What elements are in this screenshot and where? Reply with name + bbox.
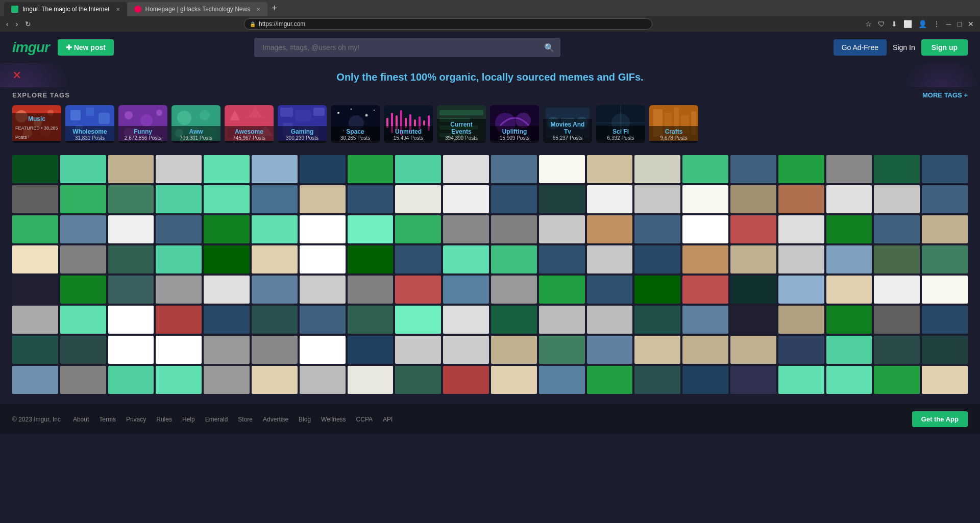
- tag-card-music[interactable]: Music FEATURED • 38,285 Posts: [12, 105, 61, 143]
- close-window-button[interactable]: ✕: [966, 19, 976, 29]
- tag-card-crafts[interactable]: Crafts 9,678 Posts: [649, 105, 698, 143]
- mosaic-cell[interactable]: [395, 185, 441, 213]
- mosaic-cell[interactable]: [252, 276, 298, 304]
- mosaic-cell[interactable]: [634, 336, 680, 364]
- footer-link-wellness[interactable]: Wellness: [321, 416, 346, 423]
- imgur-logo[interactable]: imgur: [12, 39, 50, 56]
- mosaic-cell[interactable]: [348, 155, 394, 183]
- mosaic-cell[interactable]: [922, 185, 968, 213]
- mosaic-cell[interactable]: [300, 185, 346, 213]
- mosaic-cell[interactable]: [634, 306, 680, 334]
- mosaic-cell[interactable]: [539, 336, 585, 364]
- mosaic-cell[interactable]: [156, 155, 202, 183]
- tag-card-funny[interactable]: Funny 2,672,856 Posts: [118, 105, 167, 143]
- mosaic-cell[interactable]: [634, 215, 680, 243]
- mosaic-cell[interactable]: [12, 366, 58, 394]
- back-button[interactable]: ‹: [4, 19, 11, 29]
- mosaic-cell[interactable]: [491, 155, 537, 183]
- mosaic-cell[interactable]: [587, 276, 633, 304]
- mosaic-cell[interactable]: [922, 245, 968, 273]
- mosaic-cell[interactable]: [12, 336, 58, 364]
- mosaic-cell[interactable]: [443, 336, 489, 364]
- mosaic-cell[interactable]: [12, 245, 58, 273]
- mosaic-cell[interactable]: [156, 215, 202, 243]
- tag-card-movies[interactable]: Movies And Tv 65,237 Posts: [543, 105, 592, 143]
- tab-close-imgur[interactable]: ✕: [116, 7, 120, 12]
- mosaic-cell[interactable]: [108, 276, 154, 304]
- mosaic-cell[interactable]: [60, 245, 106, 273]
- footer-link-terms[interactable]: Terms: [99, 416, 116, 423]
- tag-card-unmuted[interactable]: Unmuted 15,494 Posts: [384, 105, 433, 143]
- mosaic-cell[interactable]: [778, 336, 824, 364]
- mosaic-cell[interactable]: [682, 306, 728, 334]
- mosaic-cell[interactable]: [874, 155, 920, 183]
- footer-link-blog[interactable]: Blog: [299, 416, 311, 423]
- mosaic-cell[interactable]: [348, 366, 394, 394]
- mosaic-cell[interactable]: [491, 366, 537, 394]
- mosaic-cell[interactable]: [12, 215, 58, 243]
- mosaic-cell[interactable]: [108, 245, 154, 273]
- mosaic-cell[interactable]: [443, 185, 489, 213]
- profile-icon[interactable]: 👤: [916, 19, 929, 29]
- mosaic-cell[interactable]: [204, 215, 250, 243]
- mosaic-cell[interactable]: [730, 185, 776, 213]
- mosaic-cell[interactable]: [443, 276, 489, 304]
- footer-link-about[interactable]: About: [73, 416, 89, 423]
- tag-card-gaming[interactable]: Gaming 300,230 Posts: [278, 105, 327, 143]
- mosaic-cell[interactable]: [778, 155, 824, 183]
- mosaic-cell[interactable]: [108, 306, 154, 334]
- go-ad-free-button[interactable]: Go Ad-Free: [834, 39, 887, 56]
- mosaic-cell[interactable]: [539, 245, 585, 273]
- tag-card-wholesome[interactable]: Wholesome 31,831 Posts: [65, 105, 114, 143]
- mosaic-cell[interactable]: [300, 155, 346, 183]
- more-tags-link[interactable]: MORE TAGS +: [922, 91, 968, 99]
- footer-link-help[interactable]: Help: [182, 416, 195, 423]
- mosaic-cell[interactable]: [778, 215, 824, 243]
- tag-card-uplifting[interactable]: Uplifting 15,909 Posts: [490, 105, 539, 143]
- maximize-button[interactable]: □: [955, 19, 964, 29]
- mosaic-cell[interactable]: [778, 306, 824, 334]
- mosaic-cell[interactable]: [395, 215, 441, 243]
- shield-icon[interactable]: 🛡: [876, 19, 887, 29]
- mosaic-cell[interactable]: [12, 185, 58, 213]
- mosaic-cell[interactable]: [348, 336, 394, 364]
- reload-button[interactable]: ↻: [23, 19, 33, 29]
- mosaic-cell[interactable]: [778, 245, 824, 273]
- mosaic-cell[interactable]: [300, 306, 346, 334]
- mosaic-cell[interactable]: [156, 366, 202, 394]
- new-post-button[interactable]: ✚ New post: [58, 39, 114, 56]
- mosaic-cell[interactable]: [108, 336, 154, 364]
- mosaic-cell[interactable]: [730, 306, 776, 334]
- extensions-icon[interactable]: ⬜: [901, 19, 914, 29]
- mosaic-cell[interactable]: [778, 185, 824, 213]
- mosaic-cell[interactable]: [60, 155, 106, 183]
- mosaic-cell[interactable]: [682, 276, 728, 304]
- footer-link-advertise[interactable]: Advertise: [263, 416, 288, 423]
- mosaic-cell[interactable]: [730, 366, 776, 394]
- mosaic-cell[interactable]: [395, 245, 441, 273]
- footer-link-emerald[interactable]: Emerald: [205, 416, 228, 423]
- mosaic-cell[interactable]: [922, 336, 968, 364]
- mosaic-cell[interactable]: [204, 366, 250, 394]
- tab-ghacks[interactable]: Homepage | gHacks Technology News ✕: [127, 2, 268, 16]
- mosaic-cell[interactable]: [300, 245, 346, 273]
- mosaic-cell[interactable]: [730, 155, 776, 183]
- get-app-button[interactable]: Get the App: [912, 411, 968, 427]
- mosaic-cell[interactable]: [682, 366, 728, 394]
- mosaic-cell[interactable]: [204, 185, 250, 213]
- mosaic-cell[interactable]: [491, 306, 537, 334]
- new-tab-button[interactable]: +: [270, 3, 279, 14]
- mosaic-cell[interactable]: [12, 276, 58, 304]
- mosaic-cell[interactable]: [156, 306, 202, 334]
- mosaic-cell[interactable]: [778, 366, 824, 394]
- mosaic-cell[interactable]: [300, 336, 346, 364]
- minimize-button[interactable]: ─: [944, 19, 953, 29]
- mosaic-cell[interactable]: [348, 245, 394, 273]
- mosaic-cell[interactable]: [443, 155, 489, 183]
- mosaic-cell[interactable]: [682, 155, 728, 183]
- mosaic-cell[interactable]: [252, 215, 298, 243]
- mosaic-cell[interactable]: [922, 366, 968, 394]
- mosaic-cell[interactable]: [874, 245, 920, 273]
- mosaic-cell[interactable]: [300, 215, 346, 243]
- mosaic-cell[interactable]: [60, 336, 106, 364]
